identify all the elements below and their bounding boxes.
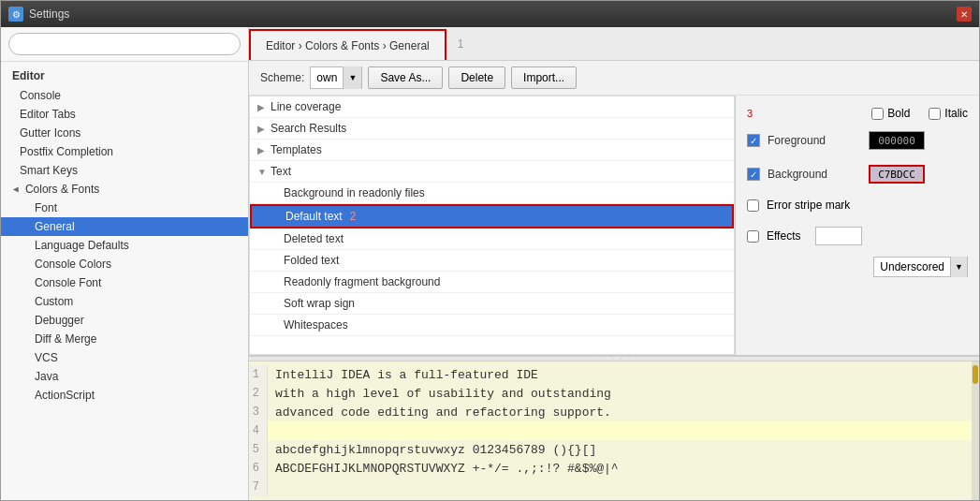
effects-checkbox[interactable] [747,230,759,243]
effects-label: Effects [767,229,800,243]
sidebar-item-java[interactable]: Java [1,367,248,386]
tree-list: ▶ Line coverage ▶ Search Results ▶ Templ… [249,96,735,355]
tree-item-folded-text[interactable]: Folded text [250,250,734,272]
italic-checkbox[interactable] [929,108,941,120]
sidebar-item-diff-merge[interactable]: Diff & Merge [1,330,248,348]
tree-item-text[interactable]: ▼ Text [250,161,734,183]
chevron-right-icon: ▶ [257,145,267,155]
line-content-2: with a high level of usability and outst… [268,384,972,403]
sidebar-item-vcs[interactable]: VCS [1,348,248,367]
line-content-6: ABCDEFGHIJKLMNOPQRSTUVWXYZ +-*/= .,;:!? … [268,459,972,478]
sidebar: 🔍 Editor Console Editor Tabs Gutter Icon… [1,27,249,500]
preview-panel: 1 IntelliJ IDEA is a full-featured IDE 2… [249,355,979,500]
line-number-7: 7 [249,478,268,496]
middle-section: ▶ Line coverage ▶ Search Results ▶ Templ… [249,96,979,355]
tree-item-deleted-text[interactable]: Deleted text [250,228,734,250]
line-number-5: 5 [249,440,268,459]
sidebar-item-actionscript[interactable]: ActionScript [1,386,248,405]
scheme-selector[interactable]: own ▼ [310,66,362,89]
effects-color-swatch[interactable] [815,227,862,245]
preview-line-2: 2 with a high level of usability and out… [249,384,972,403]
error-stripe-row: Error stripe mark [747,195,968,215]
sidebar-item-language-defaults[interactable]: Language Defaults [1,236,248,255]
underscored-dropdown-button[interactable]: ▼ [950,257,967,277]
bold-checkbox[interactable] [871,108,884,120]
scheme-value: own [311,71,343,84]
tree-item-label: Templates [271,143,322,156]
tree-item-label: Readonly fragment background [284,275,440,288]
close-button[interactable]: ✕ [957,7,972,22]
tree-item-label: Text [271,165,291,178]
tree-item-label: Deleted text [284,232,344,245]
tree-item-label: Background in readonly files [284,186,425,199]
tree-item-label: Line coverage [271,100,341,113]
chevron-right-icon: ▶ [257,124,267,134]
preview-line-7: 7 [249,478,972,496]
line-number-3: 3 [249,403,268,421]
scheme-bar: Scheme: own ▼ Save As... Delete Import..… [249,61,979,96]
tree-item-label: Soft wrap sign [284,297,355,310]
line-content-3: advanced code editing and refactoring su… [268,403,972,421]
sidebar-item-console-colors[interactable]: Console Colors [1,255,248,273]
foreground-checkbox[interactable]: ✓ [747,134,760,147]
tree-panel: ▶ Line coverage ▶ Search Results ▶ Templ… [249,96,736,355]
tree-item-search-results[interactable]: ▶ Search Results [250,118,734,140]
italic-label: Italic [944,107,968,120]
right-options-panel: 3 Bold Italic ✓ Foreground [736,96,979,355]
background-color-value: C7BDCC [878,169,915,181]
preview-line-3: 3 advanced code editing and refactoring … [249,403,972,421]
tree-item-whitespaces[interactable]: Whitespaces [250,315,734,336]
sidebar-item-console-font[interactable]: Console Font [1,273,248,292]
chevron-right-icon: ▶ [257,102,267,112]
tree-item-soft-wrap[interactable]: Soft wrap sign [250,293,734,315]
scrollbar-thumb [973,365,978,384]
sidebar-item-font[interactable]: Font [1,199,248,217]
background-label: Background [768,168,861,181]
tree-item-readonly-fragment[interactable]: Readonly fragment background [250,272,734,293]
line-number-4: 4 [249,421,268,440]
import-button[interactable]: Import... [511,66,577,89]
sidebar-item-postfix[interactable]: Postfix Completion [1,142,248,161]
search-input[interactable] [8,33,241,55]
tree-item-line-coverage[interactable]: ▶ Line coverage [250,96,734,118]
italic-option: Italic [929,107,968,120]
badge-1: 1 [458,27,464,60]
scheme-dropdown-button[interactable]: ▼ [343,66,361,89]
badge-2: 2 [350,210,357,223]
save-as-button[interactable]: Save As... [368,66,443,89]
preview-line-4: 4 [249,421,972,440]
effects-row: Effects [747,223,968,249]
sidebar-item-gutter-icons[interactable]: Gutter Icons [1,124,248,142]
preview-line-5: 5 abcdefghijklmnopqrstuvwxyz 0123456789 … [249,440,972,459]
breadcrumb-tab[interactable]: Editor › Colors & Fonts › General [249,29,446,60]
tree-item-templates[interactable]: ▶ Templates [250,140,734,161]
sidebar-item-editor-tabs[interactable]: Editor Tabs [1,105,248,124]
title-bar: Settings ✕ [1,1,979,27]
background-checkbox[interactable]: ✓ [747,168,760,181]
sidebar-item-general[interactable]: General [1,217,248,236]
underscored-selector[interactable]: Underscored ▼ [873,257,968,277]
underscored-row: Underscored ▼ [747,257,968,277]
background-color-swatch[interactable]: C7BDCC [869,165,925,184]
sidebar-item-smart-keys[interactable]: Smart Keys [1,161,248,180]
error-stripe-label: Error stripe mark [767,199,850,212]
sidebar-item-custom[interactable]: Custom [1,292,248,311]
foreground-color-swatch[interactable]: 000000 [869,131,925,150]
breadcrumb-text: Editor › Colors & Fonts › General [266,39,430,52]
error-stripe-checkbox[interactable] [747,199,759,212]
sidebar-item-colors-fonts[interactable]: ▼ Colors & Fonts [1,180,248,199]
main-panel: Editor › Colors & Fonts › General 1 Sche… [249,27,979,500]
tree-item-background-readonly[interactable]: Background in readonly files [250,183,734,204]
preview-scrollbar[interactable] [972,361,979,500]
sidebar-group-label: Colors & Fonts [25,183,99,196]
foreground-label: Foreground [768,134,861,147]
line-content-5: abcdefghijklmnopqrstuvwxyz 0123456789 ()… [268,440,972,459]
delete-button[interactable]: Delete [448,66,505,89]
tree-item-default-text[interactable]: Default text 2 [250,204,734,228]
line-content-7 [268,478,972,496]
breadcrumb-tabs: Editor › Colors & Fonts › General 1 [249,27,979,61]
line-number-2: 2 [249,384,268,403]
badge-3: 3 [747,108,753,119]
sidebar-item-debugger[interactable]: Debugger [1,311,248,330]
sidebar-item-console[interactable]: Console [1,86,248,105]
